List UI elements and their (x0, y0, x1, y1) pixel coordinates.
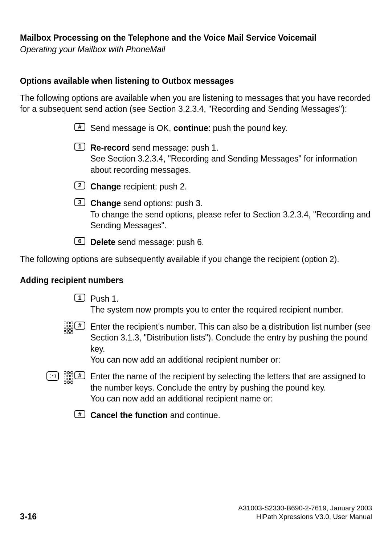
option2-row-pound-c: # Cancel the function and continue. (20, 410, 372, 421)
six-key-icon: 6 (74, 237, 85, 245)
page-footer: 3-16 A31003-S2330-B690-2-7619, January 2… (20, 504, 372, 522)
option-text: Cancel the function and continue. (87, 410, 372, 421)
one-key-icon: 1 (74, 143, 85, 151)
option-text: Push 1. The system now prompts you to en… (87, 293, 372, 315)
keypad-icon (64, 371, 73, 384)
option2-row-pound-a: # Enter the recipient's number. This can… (20, 321, 372, 365)
mid-note: The following options are subsequently a… (20, 254, 372, 265)
one-key-icon: 1 (74, 294, 85, 302)
pound-key-icon: # (74, 371, 85, 379)
section-heading-1: Options available when listening to Outb… (20, 76, 372, 86)
option-text: Send message is OK, continue: push the p… (87, 123, 372, 134)
section-heading-2: Adding recipient numbers (20, 276, 372, 285)
option-text: Enter the name of the recipient by selec… (87, 371, 372, 404)
option-row-1: 1 Re-record send message: push 1. See Se… (20, 142, 372, 175)
page-title: Mailbox Processing on the Telephone and … (20, 33, 372, 44)
option-row-pound: # Send message is OK, continue: push the… (20, 123, 372, 134)
option-row-3: 3 Change send options: push 3. To change… (20, 198, 372, 231)
pound-key-icon: # (74, 123, 85, 131)
option-text: Change recipient: push 2. (87, 181, 372, 192)
option-row-2: 2 Change recipient: push 2. (20, 181, 372, 192)
option-text: Delete send message: push 6. (87, 237, 372, 248)
option-list-2: 1 Push 1. The system now prompts you to … (20, 293, 372, 421)
pound-key-icon: # (74, 410, 85, 418)
document-page: Mailbox Processing on the Telephone and … (0, 0, 392, 555)
keypad-icon (64, 322, 73, 334)
page-subtitle: Operating your Mailbox with PhoneMail (20, 44, 372, 55)
option-text: Change send options: push 3. To change t… (87, 198, 372, 231)
footer-info: A31003-S2330-B690-2-7619, January 2003 H… (238, 504, 372, 522)
option-text: Enter the recipient's number. This can a… (87, 321, 372, 365)
three-key-icon: 3 (74, 198, 85, 206)
two-key-icon: 2 (74, 181, 85, 189)
option-list-1: # Send message is OK, continue: push the… (20, 123, 372, 248)
pound-key-icon: # (74, 322, 85, 330)
option2-row-pound-b: * # Enter the name of the recipient by s… (20, 371, 372, 404)
option2-row-1: 1 Push 1. The system now prompts you to … (20, 293, 372, 315)
section-intro-1: The following options are available when… (20, 93, 372, 115)
page-number: 3-16 (20, 512, 37, 522)
option-row-6: 6 Delete send message: push 6. (20, 237, 372, 248)
star-key-icon: * (46, 371, 59, 381)
option-text: Re-record send message: push 1. See Sect… (87, 142, 372, 175)
